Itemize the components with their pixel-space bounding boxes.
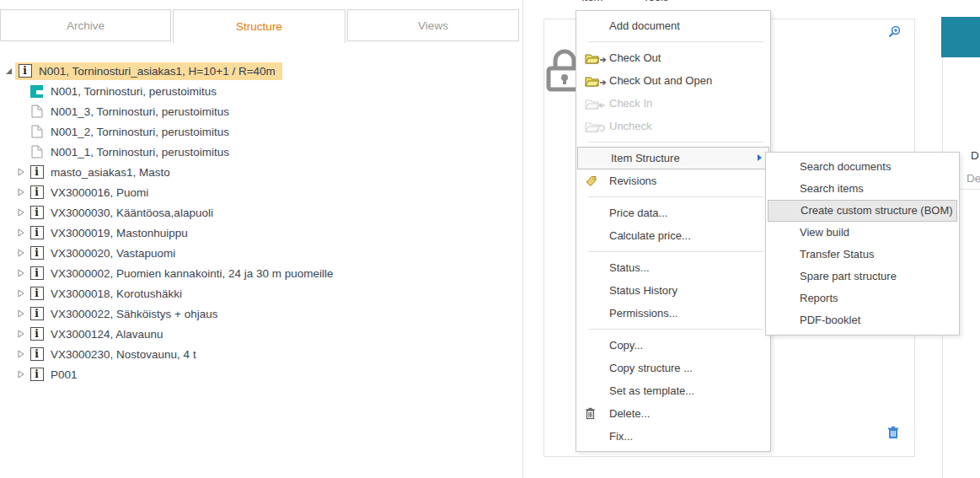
menubar-tools[interactable]: Tools xyxy=(643,0,668,3)
menu-item-status[interactable]: Status... xyxy=(576,256,770,279)
tab-structure[interactable]: Structure xyxy=(173,9,345,43)
tree-row-content[interactable]: i VX3000230, Nostovaunu, 4 t xyxy=(27,346,203,363)
tree-row[interactable]: N001, Torninosturi, perustoimitus xyxy=(0,81,522,101)
tree-row-content[interactable]: i VX3000016, Puomi xyxy=(27,184,155,201)
tree-row[interactable]: i VX3000030, Kääntöosa,alapuoli xyxy=(0,202,522,223)
tree-row[interactable]: i VX3000124, Alavaunu xyxy=(0,324,522,344)
info-box-icon: i xyxy=(29,368,44,382)
tree-row[interactable]: i VX3000002, Puomien kannakointi, 24 ja … xyxy=(0,263,522,283)
tree-row[interactable]: i VX3000230, Nostovaunu, 4 t xyxy=(0,344,522,364)
tree-row[interactable]: i VX3000018, Korotushäkki xyxy=(0,283,522,303)
submenu-item-reports[interactable]: Reports xyxy=(766,287,959,309)
tree-row-label: VX3000030, Kääntöosa,alapuoli xyxy=(51,207,213,219)
tree-row-content[interactable]: i masto_asiakas1, Masto xyxy=(27,164,177,181)
menubar-item[interactable]: Item xyxy=(581,0,602,3)
tree-row-content[interactable]: i VX3000030, Kääntöosa,alapuoli xyxy=(27,204,220,222)
tree-row[interactable]: N001_3, Torninosturi, perustoimitus xyxy=(0,101,522,121)
tab-views-label: Views xyxy=(418,19,448,32)
submenu-item-pdf-booklet[interactable]: PDF-booklet xyxy=(766,309,959,331)
menu-item-label: Permissions... xyxy=(609,307,678,320)
expander-collapsed-icon[interactable] xyxy=(14,188,27,196)
zoom-in-icon[interactable] xyxy=(888,25,901,38)
submenu-item-search-items[interactable]: Search items xyxy=(766,178,959,200)
tree-row-content[interactable]: i N001, Torninosturi_asiakas1, H=10+1 / … xyxy=(15,62,282,80)
menu-item-label: Item Structure xyxy=(611,152,680,164)
tree-row-content[interactable]: N001_2, Torninosturi, perustoimitus xyxy=(27,123,236,141)
tree-row[interactable]: i VX3000016, Puomi xyxy=(0,182,522,202)
submenu-item-create-custom-structure-bom[interactable]: Create custom structure (BOM) xyxy=(768,200,957,222)
tree-row[interactable]: i VX3000019, Mastonhuippu xyxy=(0,223,522,243)
revisions-tag-icon xyxy=(585,169,598,192)
tree-row-content[interactable]: N001_3, Torninosturi, perustoimitus xyxy=(27,103,236,121)
tree-row-content[interactable]: i VX3000020, Vastapuomi xyxy=(27,244,182,262)
document-icon xyxy=(29,125,44,139)
expander-collapsed-icon[interactable] xyxy=(14,330,27,338)
info-box-icon: i xyxy=(29,226,44,240)
expander-collapsed-icon[interactable] xyxy=(14,370,27,379)
tab-archive[interactable]: Archive xyxy=(0,9,171,41)
menu-item-calculate-price[interactable]: Calculate price... xyxy=(576,224,770,247)
menu-item-price-data[interactable]: Price data... xyxy=(576,201,770,224)
tree-row-content[interactable]: i P001 xyxy=(27,366,84,384)
check-out-open-folder-icon xyxy=(585,69,607,92)
menu-item-item-structure[interactable]: Item Structure xyxy=(577,147,769,169)
tree-row[interactable]: N001_1, Torninosturi, perustoimitus xyxy=(0,142,522,162)
tree-row[interactable]: i VX3000020, Vastapuomi xyxy=(0,243,522,263)
menu-item-label: Price data... xyxy=(609,207,667,219)
menu-item-fix[interactable]: Fix... xyxy=(576,425,770,448)
tree-row[interactable]: i masto_asiakas1, Masto xyxy=(0,162,522,182)
menu-item-label: Set as template... xyxy=(609,384,694,397)
menu-separator xyxy=(588,251,763,252)
expander-collapsed-icon[interactable] xyxy=(14,249,27,257)
tree-row-content[interactable]: i VX3000018, Korotushäkki xyxy=(27,285,189,303)
delete-card-icon[interactable] xyxy=(887,426,899,439)
menu-item-delete[interactable]: Delete... xyxy=(576,402,770,425)
submenu-item-view-build[interactable]: View build xyxy=(766,222,959,244)
menu-item-check-in[interactable]: Check In xyxy=(576,92,770,115)
menu-item-status-history[interactable]: Status History xyxy=(576,279,770,302)
tab-structure-label: Structure xyxy=(236,20,282,33)
info-box-icon: i xyxy=(29,307,44,321)
expander-collapsed-icon[interactable] xyxy=(14,309,27,318)
menu-item-uncheck[interactable]: Uncheck xyxy=(576,115,770,137)
menu-item-copy[interactable]: Copy... xyxy=(576,334,770,357)
menu-item-check-out-and-open[interactable]: Check Out and Open xyxy=(576,69,770,92)
submenu-arrow-icon xyxy=(758,154,762,161)
tree-row-content[interactable]: N001, Torninosturi, perustoimitus xyxy=(27,83,223,100)
tree-row[interactable]: i P001 xyxy=(0,364,522,384)
submenu-item-spare-part-structure[interactable]: Spare part structure xyxy=(766,266,959,287)
tree-row-content[interactable]: i VX3000019, Mastonhuippu xyxy=(27,224,195,242)
tree-row[interactable]: N001_2, Torninosturi, perustoimitus xyxy=(0,121,522,142)
menu-item-set-as-template[interactable]: Set as template... xyxy=(576,379,770,402)
menu-item-add-document[interactable]: Add document xyxy=(576,14,770,37)
info-box-icon: i xyxy=(29,287,44,301)
menu-item-permissions[interactable]: Permissions... xyxy=(576,302,770,325)
expander-collapsed-icon[interactable] xyxy=(14,228,27,237)
info-box-icon: i xyxy=(29,246,44,260)
tree-row[interactable]: i N001, Torninosturi_asiakas1, H=10+1 / … xyxy=(0,61,522,81)
tree-row-content[interactable]: N001_1, Torninosturi, perustoimitus xyxy=(27,143,236,161)
menu-item-copy-structure[interactable]: Copy structure ... xyxy=(576,357,770,379)
item-structure-submenu: Search documents Search items Create cus… xyxy=(765,152,960,336)
expander-collapsed-icon[interactable] xyxy=(14,289,27,298)
expander-collapsed-icon[interactable] xyxy=(14,168,27,176)
expander-open-icon[interactable] xyxy=(3,67,15,75)
tree-row[interactable]: i VX3000022, Sähköistys + ohjaus xyxy=(0,303,522,324)
menu-item-revisions[interactable]: Revisions xyxy=(576,169,770,192)
tree-row-content[interactable]: i VX3000124, Alavaunu xyxy=(27,325,170,343)
tab-views[interactable]: Views xyxy=(347,9,519,41)
tree-row-content[interactable]: i VX3000002, Puomien kannakointi, 24 ja … xyxy=(27,265,340,282)
menu-item-label: Check In xyxy=(609,97,652,110)
submenu-item-transfer-status[interactable]: Transfer Status xyxy=(766,244,959,266)
menu-item-check-out[interactable]: Check Out xyxy=(576,46,770,69)
delete-trash-icon xyxy=(585,402,596,425)
tree-row-content[interactable]: i VX3000022, Sähköistys + ohjaus xyxy=(27,305,225,323)
expander-collapsed-icon[interactable] xyxy=(14,269,27,277)
submenu-item-search-documents[interactable]: Search documents xyxy=(766,156,959,178)
submenu-item-label: View build xyxy=(800,226,849,239)
structure-panel: Archive Structure Views i N001, Torninos… xyxy=(0,0,523,478)
expander-collapsed-icon[interactable] xyxy=(14,350,27,358)
expander-collapsed-icon[interactable] xyxy=(14,208,27,217)
tree-row-label: VX3000002, Puomien kannakointi, 24 ja 30… xyxy=(51,267,333,280)
menu-item-label: Fix... xyxy=(609,430,633,443)
